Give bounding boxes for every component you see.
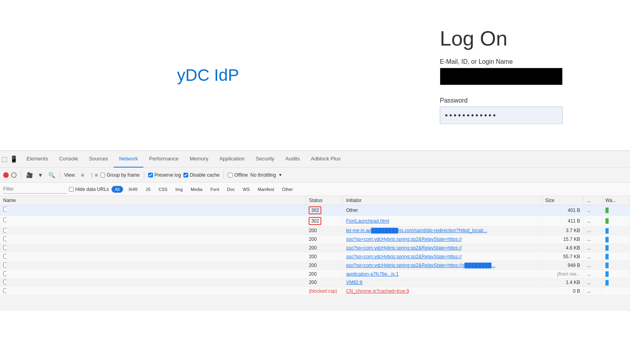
request-initiator[interactable]: let-me-in.ap████████ris.com/saml/idp-red…	[343, 227, 542, 235]
request-initiator[interactable]: CN_chrome.js?cached=true:9	[343, 287, 542, 295]
row-checkbox[interactable]	[3, 228, 7, 233]
tab-elements[interactable]: Elements	[21, 151, 53, 168]
clear-button[interactable]	[11, 172, 17, 178]
tab-security[interactable]: Security	[250, 151, 280, 168]
search-icon[interactable]: 🔍	[47, 171, 56, 179]
record-button[interactable]	[3, 172, 9, 178]
col-header-size[interactable]: Size	[542, 196, 583, 205]
request-more[interactable]: ...	[584, 261, 602, 270]
request-more[interactable]: ...	[584, 287, 602, 295]
col-header-dots[interactable]: ...	[584, 196, 602, 205]
col-header-status[interactable]: Status	[305, 196, 343, 205]
request-more[interactable]: ...	[584, 227, 602, 235]
table-row[interactable]: login-76164bba98bcef23fd84be65f08c9b1b91…	[0, 261, 630, 270]
hide-data-urls-checkbox[interactable]: Hide data URLs	[69, 187, 109, 192]
filter-icon[interactable]: ▼	[36, 171, 45, 179]
request-initiator[interactable]: sso?sp=com:ydcHybris:spring:sp2&RelaySta…	[343, 235, 542, 244]
tab-memory[interactable]: Memory	[184, 151, 214, 168]
filter-manifest[interactable]: Manifest	[255, 186, 277, 192]
request-more[interactable]: ...	[584, 216, 602, 227]
camera-icon[interactable]: 🎥	[25, 171, 34, 179]
tab-adblock[interactable]: Adblock Plus	[305, 151, 346, 168]
request-more[interactable]: ...	[584, 252, 602, 261]
inspect-icon[interactable]: ⬚	[2, 155, 8, 163]
request-more[interactable]: ...	[584, 244, 602, 252]
filter-css[interactable]: CSS	[156, 186, 170, 192]
col-header-initiator[interactable]: Initiator	[343, 196, 542, 205]
request-more[interactable]: ...	[584, 205, 602, 216]
request-size: 3.7 KB	[542, 227, 583, 235]
filter-media[interactable]: Media	[188, 186, 205, 192]
tab-audits[interactable]: Audits	[280, 151, 305, 168]
disable-cache-checkbox[interactable]: Disable cache	[183, 172, 220, 178]
table-row[interactable]: FioriLaunchpad.html302Other401 B...	[0, 205, 630, 216]
view-list-icon[interactable]: ≡	[78, 171, 87, 179]
filter-font[interactable]: Font	[208, 186, 222, 192]
table-row[interactable]: tenant_logo200sso?sp=com:ydcHybris:sprin…	[0, 244, 630, 252]
devtools-panel: ⬚ 📱 Elements Console Sources Network Per…	[0, 151, 630, 311]
email-input[interactable]	[440, 68, 563, 85]
row-checkbox[interactable]	[3, 254, 7, 259]
request-size: 55.7 KB	[542, 252, 583, 261]
tab-console[interactable]: Console	[53, 151, 84, 168]
filter-other[interactable]: Other	[279, 186, 296, 192]
request-initiator[interactable]: VM82:8	[343, 278, 542, 287]
filter-input[interactable]	[3, 185, 67, 194]
tab-performance[interactable]: Performance	[143, 151, 184, 168]
col-header-waterfall[interactable]: Wa...	[602, 196, 630, 205]
filter-ws[interactable]: WS	[240, 186, 253, 192]
tab-application[interactable]: Application	[214, 151, 250, 168]
separator3	[144, 171, 144, 179]
table-row[interactable]: CN_chrome.js?cached=true200VM82:81.4 KB.…	[0, 278, 630, 287]
row-checkbox[interactable]	[3, 217, 7, 222]
throttling-chevron[interactable]: ▼	[278, 173, 282, 177]
table-row[interactable]: idp-redirection?httpd_location=https://g…	[0, 216, 630, 227]
table-row[interactable]: analytics.js(blocked:csp)CN_chrome.js?ca…	[0, 287, 630, 295]
request-more[interactable]: ...	[584, 270, 602, 278]
row-checkbox[interactable]	[3, 207, 7, 212]
request-initiator[interactable]: sso?sp=com:ydcHybris:spring:sp2&RelaySta…	[343, 244, 542, 252]
view-tree-icon[interactable]: ⋮≡	[89, 171, 98, 179]
row-checkbox[interactable]	[3, 280, 7, 284]
request-more[interactable]: ...	[584, 235, 602, 244]
network-toolbar: 🎥 ▼ 🔍 View: ≡ ⋮≡ Group by frame Preserve…	[0, 168, 630, 183]
col-header-name[interactable]: Name	[0, 196, 305, 205]
table-row[interactable]: application-a7fc78e16509b10f0f7d0f78e0ef…	[0, 252, 630, 261]
request-status: 200	[305, 252, 343, 261]
row-checkbox[interactable]	[3, 263, 7, 267]
request-initiator[interactable]: sso?sp=com:ydcHybris:spring:sp2&RelaySta…	[343, 252, 542, 261]
tab-network[interactable]: Network	[114, 151, 144, 168]
row-checkbox[interactable]	[3, 288, 7, 293]
request-size: 401 B	[542, 205, 583, 216]
tab-sources[interactable]: Sources	[84, 151, 114, 168]
request-status: 200	[305, 227, 343, 235]
request-size: 949 B	[542, 261, 583, 270]
offline-checkbox[interactable]: Offline	[228, 172, 248, 178]
request-initiator[interactable]: sso?sp=com:ydcHybris:spring:sp2&RelaySta…	[343, 261, 542, 270]
filter-img[interactable]: Img	[173, 186, 185, 192]
throttling-select[interactable]: No throttling	[250, 172, 276, 178]
table-row[interactable]: data:image/svg+xml;...200application-a7f…	[0, 270, 630, 278]
row-checkbox[interactable]	[3, 245, 7, 250]
group-by-frame-checkbox[interactable]: Group by frame	[100, 172, 139, 178]
filter-xhr[interactable]: XHR	[126, 186, 140, 192]
table-row[interactable]: ids-5cba0a7c0b50000072ebf3b223a53730b6ed…	[0, 235, 630, 244]
table-row[interactable]: sso?sp=com:ydcHybris:spring:sp2&RelaySta…	[0, 227, 630, 235]
request-more[interactable]: ...	[584, 278, 602, 287]
request-waterfall	[602, 261, 630, 270]
preserve-log-checkbox[interactable]: Preserve log	[148, 172, 181, 178]
devtools-icon-group: ⬚ 📱	[2, 155, 18, 163]
request-initiator[interactable]: FioriLaunchpad.html	[343, 216, 542, 227]
filter-js[interactable]: JS	[143, 186, 153, 192]
request-initiator[interactable]: application-a7fc78e...js:1	[343, 270, 542, 278]
row-checkbox[interactable]	[3, 236, 7, 241]
request-status: 302	[305, 216, 343, 227]
row-checkbox[interactable]	[3, 271, 7, 276]
request-size: 1.4 KB	[542, 278, 583, 287]
filter-all-button[interactable]: All	[111, 186, 123, 193]
device-icon[interactable]: 📱	[10, 155, 18, 163]
request-size: 0 B	[542, 287, 583, 295]
password-input[interactable]: ••••••••••••	[440, 107, 563, 124]
filter-doc[interactable]: Doc	[224, 186, 238, 192]
devtools-tab-bar: ⬚ 📱 Elements Console Sources Network Per…	[0, 151, 630, 168]
